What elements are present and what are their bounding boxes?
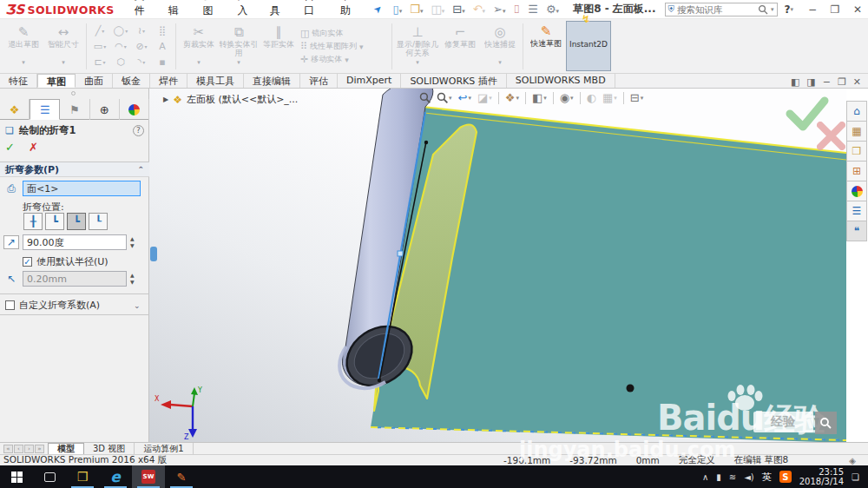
scroll-next-icon[interactable]: › xyxy=(24,445,34,453)
display-manager-tab-icon[interactable] xyxy=(120,99,149,120)
radius-spinner[interactable]: ▲▼ xyxy=(130,273,135,285)
tab-mbd[interactable]: SOLIDWORKS MBD xyxy=(507,74,615,88)
restore-button[interactable]: ❐ xyxy=(825,3,845,16)
home-icon[interactable]: ⌂ xyxy=(846,101,867,122)
scroll-prev-icon[interactable]: ‹ xyxy=(14,445,23,453)
tab-weldments[interactable]: 焊件 xyxy=(150,74,187,88)
tab-surfaces[interactable]: 曲面 xyxy=(76,74,113,88)
fillet-tool-icon[interactable]: ◝▾ xyxy=(131,55,152,70)
help-button[interactable]: ? xyxy=(785,3,791,16)
action-center-icon[interactable]: ❏ xyxy=(852,472,859,482)
file-explorer-taskbar-button[interactable]: ❒ xyxy=(66,465,99,488)
material-outside-button[interactable]: ┗ xyxy=(67,213,86,230)
save-icon[interactable]: ◫▾ xyxy=(431,3,444,16)
bend-outside-button[interactable]: ┖ xyxy=(89,213,108,230)
bend-centerline-button[interactable]: ╂ xyxy=(23,213,43,230)
tab-direct-editing[interactable]: 直接编辑 xyxy=(244,74,300,88)
print-icon[interactable]: ⊟▾ xyxy=(452,3,464,16)
line-tool-icon[interactable]: ╱▾ xyxy=(89,23,110,39)
previous-view-icon[interactable]: ↩▾ xyxy=(458,91,471,104)
tab-sketch[interactable]: 草图 xyxy=(37,74,76,88)
custom-allowance-checkbox[interactable] xyxy=(5,300,15,310)
tree-expand-arrow-icon[interactable]: ▶ xyxy=(163,96,168,103)
cancel-button[interactable]: ✗ xyxy=(29,141,38,154)
edge-taskbar-button[interactable]: e xyxy=(99,465,132,488)
smart-dimension-button[interactable]: ↔ 智能尺寸 ▾ xyxy=(43,22,83,72)
help-caret[interactable]: ▾ xyxy=(790,6,793,13)
quick-snaps-button[interactable]: ◎ 快速捕捉 ▾ xyxy=(480,22,520,72)
property-manager-tab-icon[interactable]: ☰ xyxy=(30,99,60,120)
collapse-chevron-icon[interactable]: ⌃ xyxy=(137,165,144,174)
undo-icon[interactable]: ↶▾ xyxy=(473,3,485,16)
display-style-icon[interactable]: ◧▾ xyxy=(532,91,547,104)
rebuild-icon[interactable]: ⌷ xyxy=(513,3,520,16)
clock[interactable]: 23:15 2018/3/14 xyxy=(799,467,844,487)
child-restore-button[interactable]: ❐ xyxy=(838,76,846,88)
polygon-tool-icon[interactable]: ⬡ xyxy=(110,55,131,70)
new-document-icon[interactable]: ▯▾ xyxy=(393,3,403,16)
tab-features[interactable]: 特征 xyxy=(0,74,37,88)
custom-properties-icon[interactable]: ☰ xyxy=(846,201,867,221)
view-orientation-icon[interactable]: ❖▾ xyxy=(505,91,519,104)
tab-motion-study[interactable]: 运动算例1 xyxy=(135,443,193,454)
wifi-icon[interactable]: ≋ xyxy=(729,472,736,482)
start-button[interactable] xyxy=(0,465,33,488)
edit-appearance-icon[interactable]: ◐ xyxy=(587,91,596,104)
minimize-button[interactable]: − xyxy=(802,3,823,16)
open-icon[interactable]: ❒▾ xyxy=(410,3,423,16)
view-palette-icon[interactable]: ⊞ xyxy=(846,161,867,181)
convert-entities-button[interactable]: ⧉ 转换实体引用 ▾ xyxy=(219,22,259,72)
search-icon[interactable] xyxy=(758,4,768,15)
tab-evaluate[interactable]: 评估 xyxy=(300,74,338,88)
pattern-tool-icon[interactable]: ⣿ xyxy=(152,23,173,39)
scroll-last-icon[interactable]: » xyxy=(35,445,44,453)
ellipse-tool-icon[interactable]: ⊘▾ xyxy=(131,39,152,55)
rectangle-tool-icon[interactable]: ▭▾ xyxy=(89,39,110,55)
tab-mold-tools[interactable]: 模具工具 xyxy=(187,74,244,88)
quick-tips-icon[interactable]: ◈ xyxy=(849,456,856,465)
battery-icon[interactable]: ▮ xyxy=(716,472,721,482)
offset-entities-button[interactable]: ∥ 等距实体 xyxy=(259,22,299,72)
tab-3d-views[interactable]: 3D 视图 xyxy=(84,443,135,454)
view-settings-icon[interactable]: ⊟▾ xyxy=(630,91,643,104)
dock-right-icon[interactable]: ◨ xyxy=(806,76,815,88)
paint-taskbar-button[interactable]: ✎ xyxy=(165,465,198,488)
knowledge-search-box[interactable]: ⛨ ▾ xyxy=(665,3,778,16)
circle-tool-icon[interactable]: ◯▾ xyxy=(110,23,131,39)
dock-left-icon[interactable]: ◧ xyxy=(791,76,799,88)
panel-splitter-grip[interactable] xyxy=(150,247,157,261)
search-options-caret[interactable]: ▾ xyxy=(771,6,774,13)
exit-sketch-button[interactable]: ✎ 退出草图 ▾ xyxy=(3,22,43,72)
child-minimize-button[interactable]: − xyxy=(823,76,831,88)
forum-icon[interactable]: ❝ xyxy=(846,221,867,241)
bend-radius-field[interactable]: 0.20mm xyxy=(23,271,127,287)
close-button[interactable]: ✕ xyxy=(847,3,868,16)
ime-indicator[interactable]: 英 xyxy=(762,471,772,484)
linear-pattern-button[interactable]: ⠿ 线性草图阵列 ▾ xyxy=(299,41,389,52)
configuration-manager-tab-icon[interactable]: ⚑ xyxy=(60,99,89,120)
tab-dimxpert[interactable]: DimXpert xyxy=(338,74,401,88)
file-properties-icon[interactable]: ☰ xyxy=(528,3,538,16)
hide-show-items-icon[interactable]: ◉▾ xyxy=(560,91,574,104)
angle-spinner[interactable]: ▲▼ xyxy=(130,236,135,248)
expand-chevron-icon[interactable]: ⌄ xyxy=(134,301,141,310)
task-view-button[interactable] xyxy=(33,465,66,488)
arc-tool-icon[interactable]: ◠▾ xyxy=(110,39,131,55)
material-inside-button[interactable]: ┗ xyxy=(45,213,64,230)
bend-direction-icon[interactable]: ↗ xyxy=(3,235,19,249)
face-selection-field[interactable]: 面<1> xyxy=(23,181,141,196)
spline-tool-icon[interactable]: ≀▾ xyxy=(131,23,152,39)
default-radius-checkbox[interactable]: ✓ xyxy=(23,257,32,267)
apply-scene-icon[interactable]: ▦▾ xyxy=(602,91,617,104)
move-entities-button[interactable]: ✛ 移动实体 ▾ xyxy=(299,54,389,65)
search-scope-icon[interactable]: ⛨ xyxy=(668,4,675,15)
mirror-entities-button[interactable]: ◫ 镜向实体 xyxy=(299,28,389,39)
dimxpert-manager-tab-icon[interactable]: ⊕ xyxy=(90,99,120,120)
design-library-icon[interactable]: ▦ xyxy=(846,121,867,142)
rapid-sketch-button[interactable]: ✎ 快速草图 xyxy=(526,21,566,71)
bend-parameters-header[interactable]: 折弯参数(P) ⌃ xyxy=(0,162,149,177)
appearances-icon[interactable] xyxy=(846,181,867,201)
feature-manager-tab-icon[interactable]: ❖ xyxy=(0,99,30,120)
scroll-first-icon[interactable]: « xyxy=(3,445,13,453)
file-explorer-icon[interactable]: ❒ xyxy=(846,141,867,162)
